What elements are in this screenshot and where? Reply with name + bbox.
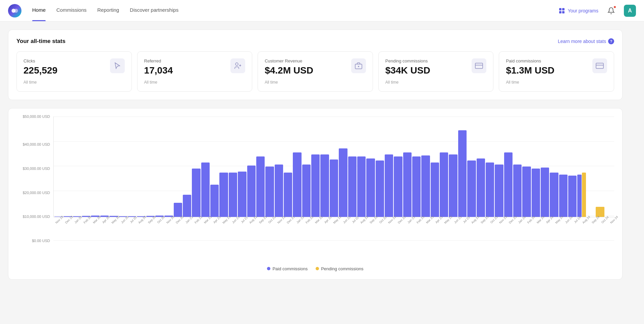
paid-bar: [467, 160, 476, 217]
stats-header: Your all-time stats Learn more about sta…: [16, 38, 614, 45]
paid-bar: [357, 156, 366, 217]
pending-legend-dot: [316, 267, 319, 270]
paid-bar: [238, 172, 246, 217]
bar-group: [495, 165, 503, 217]
nav-link-reporting[interactable]: Reporting: [97, 7, 119, 14]
your-programs-label: Your programs: [568, 8, 598, 13]
stat-period: All time: [23, 80, 125, 85]
stat-icon: [472, 58, 486, 73]
svg-rect-5: [562, 11, 565, 13]
your-programs-button[interactable]: Your programs: [558, 7, 598, 14]
chart-legend: Paid commissions Pending commissions: [16, 264, 614, 271]
bar-group: [403, 152, 412, 217]
stat-label: Referred: [144, 58, 246, 63]
pending-legend-label: Pending commissions: [321, 266, 363, 271]
learn-more-label: Learn more about stats: [558, 39, 606, 44]
y-label: $30,000.00 USD: [16, 167, 53, 171]
bar-group: [320, 154, 329, 217]
paid-bar: [247, 166, 256, 217]
paid-bar: [348, 156, 357, 217]
paid-bar: [219, 173, 228, 217]
bar-group: [486, 163, 494, 217]
bar-group: [477, 158, 485, 217]
paid-bar: [577, 175, 581, 217]
stats-title: Your all-time stats: [16, 38, 65, 45]
notifications-button[interactable]: [605, 5, 617, 17]
stat-card-clicks: Clicks 225,529 All time: [16, 51, 132, 92]
bar-group: [504, 152, 513, 217]
stats-section: Your all-time stats Learn more about sta…: [8, 30, 623, 100]
bar-group: [376, 160, 384, 217]
learn-more-link[interactable]: Learn more about stats ?: [558, 38, 614, 44]
x-labels: Nov 19Dec 19Jan 20Feb 20Mar 20Apr 20May …: [53, 217, 614, 237]
bar-group: [219, 173, 228, 217]
bar-group: [284, 173, 292, 217]
paid-bar: [229, 173, 237, 217]
bar-group: [568, 176, 577, 217]
bar-group: [550, 173, 558, 217]
bar-group: [385, 154, 393, 217]
paid-bar: [192, 169, 200, 217]
paid-bar: [532, 169, 540, 217]
svg-rect-2: [559, 8, 561, 10]
navbar: HomeCommissionsReportingDiscover partner…: [0, 0, 644, 21]
stat-value: $4.2M USD: [265, 65, 366, 76]
paid-bar: [376, 160, 384, 217]
pending-bar: [582, 173, 586, 217]
bar-group: [339, 148, 347, 217]
bar-group: [467, 160, 476, 217]
bar-group: [265, 167, 274, 217]
y-label: $10,000.00 USD: [16, 215, 53, 219]
bar-group: [449, 154, 457, 217]
bar-group: [183, 195, 191, 217]
paid-bar: [412, 156, 421, 217]
bars-area: [53, 117, 614, 217]
bar-group: [522, 167, 531, 217]
bar-group: [541, 168, 549, 217]
paid-bar: [174, 203, 182, 217]
svg-rect-4: [559, 11, 561, 13]
stat-label: Pending commissions: [385, 58, 487, 63]
stat-period: All time: [265, 80, 366, 85]
paid-bar: [293, 152, 301, 217]
nav-link-home[interactable]: Home: [32, 7, 46, 14]
bar-group: [394, 156, 402, 217]
bar-group: [238, 172, 246, 217]
main-content: Your all-time stats Learn more about sta…: [0, 21, 631, 288]
paid-bar: [504, 152, 513, 217]
avatar-button[interactable]: A: [624, 5, 636, 17]
bar-group: [247, 166, 256, 217]
bar-group: [348, 156, 357, 217]
nav-link-commissions[interactable]: Commissions: [56, 7, 87, 14]
bar-group: [293, 152, 301, 217]
nav-links: HomeCommissionsReportingDiscover partner…: [32, 7, 558, 14]
bar-group: [559, 175, 568, 217]
notification-badge: [613, 5, 616, 9]
stat-card-pending-commissions: Pending commissions $34K USD All time: [378, 51, 494, 92]
paid-bar: [302, 165, 311, 217]
stat-value: $34K USD: [385, 65, 487, 76]
stat-icon: [592, 58, 607, 73]
stat-icon: [230, 58, 245, 73]
bar-group: [256, 156, 265, 217]
paid-bar: [440, 152, 448, 217]
grid-line: [53, 240, 614, 241]
paid-bar: [449, 154, 457, 217]
svg-rect-3: [562, 8, 565, 10]
paid-bar: [550, 173, 558, 217]
stat-value: 225,529: [23, 65, 125, 76]
nav-link-discover-partnerships[interactable]: Discover partnerships: [130, 7, 178, 14]
paid-bar: [421, 155, 430, 217]
paid-bar: [458, 130, 467, 217]
bar-group: [513, 165, 522, 217]
y-label: $20,000.00 USD: [16, 191, 53, 195]
paid-bar: [522, 167, 531, 217]
paid-bar: [210, 185, 219, 217]
paid-bar: [311, 154, 320, 217]
logo[interactable]: [8, 4, 21, 17]
paid-bar: [394, 156, 402, 217]
bar-group: [412, 156, 421, 217]
paid-bar: [339, 148, 347, 217]
stat-icon: [110, 58, 125, 73]
stat-card-referred: Referred 17,034 All time: [137, 51, 253, 92]
